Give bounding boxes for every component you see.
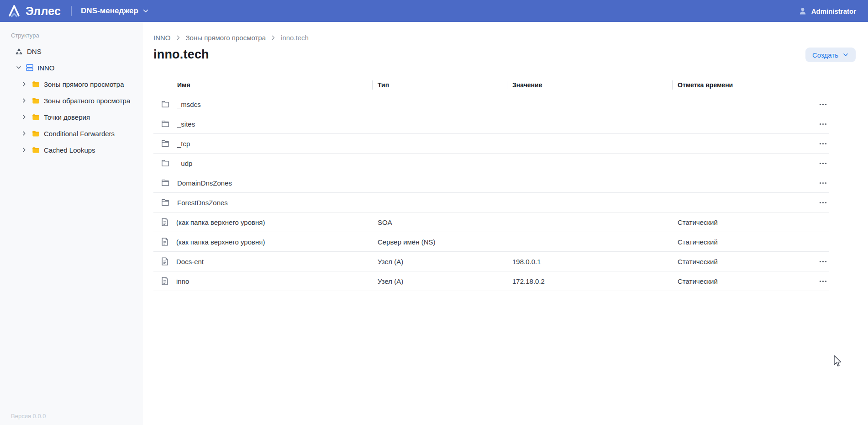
row-menu-button[interactable]: [818, 278, 828, 284]
chevron-right-icon: [175, 35, 181, 41]
breadcrumb-item[interactable]: INNO: [153, 34, 171, 42]
user-menu[interactable]: Administrator: [798, 6, 856, 16]
user-icon: [798, 6, 807, 16]
record-name: _udp: [177, 159, 192, 167]
folder-icon: [32, 113, 40, 122]
record-value: 198.0.0.1: [512, 258, 678, 266]
tree-item-dns[interactable]: DNS: [0, 43, 143, 59]
tree-item-label: Conditional Forwarders: [44, 130, 115, 138]
chevron-right-icon[interactable]: [21, 81, 27, 87]
table-row[interactable]: _udp: [153, 154, 829, 173]
breadcrumb-item-current: inno.tech: [281, 34, 309, 42]
header-divider: [71, 6, 72, 16]
file-icon: [161, 276, 169, 286]
table-row[interactable]: ForestDnsZones: [153, 193, 829, 212]
table-body: _msdcs: [153, 95, 829, 291]
record-name: ForestDnsZones: [177, 199, 228, 207]
server-icon: [25, 63, 34, 72]
app-logo[interactable]: Эллес: [7, 4, 61, 18]
tree-item-label: INNO: [37, 64, 55, 72]
record-timestamp: Статический: [678, 238, 818, 246]
folder-icon: [32, 80, 40, 89]
table-row[interactable]: (как папка верхнего уровня) SOA Статичес…: [153, 212, 829, 232]
record-timestamp: Статический: [678, 218, 818, 226]
tree-item-folder[interactable]: Conditional Forwarders: [0, 125, 143, 142]
row-menu-button[interactable]: [818, 141, 828, 147]
logo-icon: [7, 4, 21, 18]
product-switcher[interactable]: DNS-менеджер: [81, 6, 149, 16]
record-timestamp: Статический: [678, 258, 818, 266]
row-menu-button[interactable]: [818, 121, 828, 127]
file-icon: [161, 257, 169, 266]
column-header-timestamp: Отметка времени: [678, 81, 818, 89]
table-row[interactable]: (как папка верхнего уровня) Сервер имён …: [153, 232, 829, 252]
folder-icon: [161, 139, 170, 148]
file-icon: [161, 237, 169, 246]
records-table: Имя Тип Значение Отметка времени: [153, 75, 829, 291]
record-name: Docs-ent: [176, 258, 204, 266]
table-row[interactable]: _tcp: [153, 134, 829, 154]
main-content: INNO Зоны прямого просмотра inno.tech in…: [143, 22, 868, 425]
table-row[interactable]: _msdcs: [153, 95, 829, 114]
breadcrumb: INNO Зоны прямого просмотра inno.tech: [153, 34, 856, 42]
record-name: _sites: [177, 120, 195, 128]
version-label: Версия 0.0.0: [11, 413, 46, 420]
breadcrumb-item[interactable]: Зоны прямого просмотра: [186, 34, 266, 42]
record-name: (как папка верхнего уровня): [176, 218, 265, 226]
record-name: (как папка верхнего уровня): [176, 238, 265, 246]
row-menu-button[interactable]: [818, 200, 828, 206]
chevron-right-icon[interactable]: [21, 130, 27, 137]
folder-icon: [161, 198, 170, 207]
folder-icon: [32, 96, 40, 105]
page-title: inno.tech: [153, 48, 209, 62]
chevron-right-icon: [270, 35, 276, 41]
tree-item-label: Зоны обратного просмотра: [44, 97, 130, 105]
table-row[interactable]: DomainDnsZones: [153, 173, 829, 193]
folder-icon: [32, 129, 40, 138]
file-icon: [161, 218, 169, 227]
record-type: Узел (A): [378, 258, 512, 266]
record-type: Сервер имён (NS): [378, 238, 512, 246]
table-row[interactable]: inno Узел (A) 172.18.0.2 Статический: [153, 271, 829, 291]
row-menu-button[interactable]: [818, 160, 828, 166]
row-menu-button[interactable]: [818, 101, 828, 107]
folder-icon: [161, 100, 170, 109]
product-name: DNS-менеджер: [81, 6, 138, 16]
chevron-down-icon[interactable]: [16, 64, 22, 71]
record-type: Узел (A): [378, 277, 512, 285]
row-menu-button[interactable]: [818, 180, 828, 186]
tree-item-folder[interactable]: Точки доверия: [0, 109, 143, 125]
chevron-down-icon: [842, 52, 849, 58]
tree-item-inno[interactable]: INNO: [0, 59, 143, 76]
column-header-type: Тип: [378, 81, 512, 89]
record-name: _tcp: [177, 140, 190, 148]
tree-item-folder[interactable]: Зоны прямого просмотра: [0, 76, 143, 92]
row-menu-button[interactable]: [818, 259, 828, 265]
tree-item-label: Cached Lookups: [44, 146, 95, 154]
create-button[interactable]: Создать: [805, 48, 856, 62]
column-header-value: Значение: [512, 81, 678, 89]
column-header-name: Имя: [153, 81, 378, 89]
tree-item-label: Точки доверия: [44, 113, 90, 121]
tree-item-folder[interactable]: Зоны обратного просмотра: [0, 92, 143, 109]
record-name: _msdcs: [177, 101, 201, 108]
tree-item-folder[interactable]: Cached Lookups: [0, 142, 143, 158]
chevron-down-icon: [142, 8, 149, 14]
logo-text: Эллес: [26, 5, 61, 18]
app-header: Эллес DNS-менеджер Administrator: [0, 0, 868, 22]
record-timestamp: Статический: [678, 277, 818, 285]
folder-icon: [161, 178, 170, 187]
record-type: SOA: [378, 218, 512, 226]
hierarchy-icon: [15, 47, 23, 56]
tree-item-label: DNS: [27, 48, 42, 55]
sidebar: Структура DNS: [0, 22, 143, 425]
chevron-right-icon[interactable]: [21, 97, 27, 104]
table-row[interactable]: Docs-ent Узел (A) 198.0.0.1 Статический: [153, 252, 829, 271]
chevron-right-icon[interactable]: [21, 114, 27, 120]
create-button-label: Создать: [812, 51, 838, 59]
table-row[interactable]: _sites: [153, 114, 829, 134]
record-name: inno: [176, 277, 189, 285]
tree-item-label: Зоны прямого просмотра: [44, 80, 124, 88]
structure-tree: DNS INNO: [0, 43, 143, 158]
chevron-right-icon[interactable]: [21, 147, 27, 153]
